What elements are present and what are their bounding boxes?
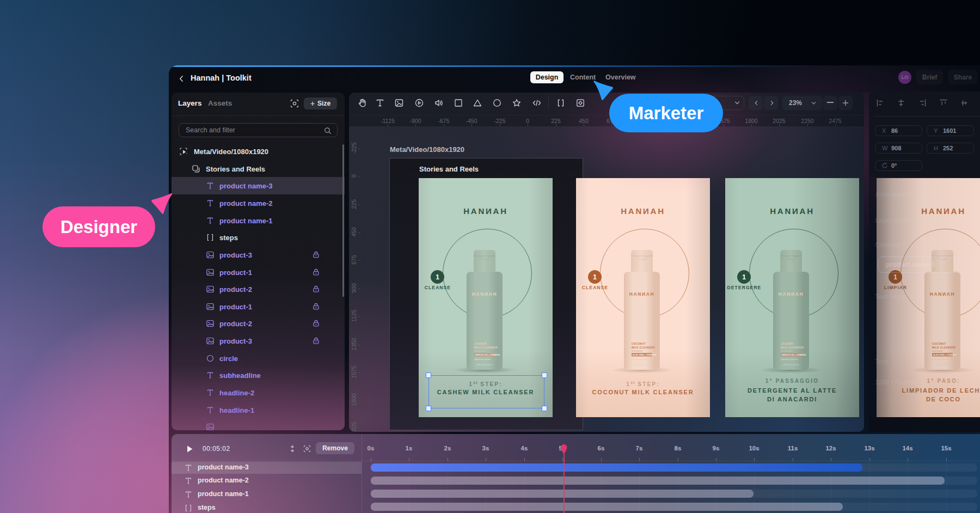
svg-text:hydrating cleanser: hydrating cleanser	[781, 358, 798, 361]
svg-text:COCONUT: COCONUT	[632, 343, 646, 345]
svg-text:120 ml | 4.7 fl. oz: 120 ml | 4.7 fl. oz	[783, 364, 799, 366]
svg-text:CASHEW: CASHEW	[781, 343, 793, 345]
svg-text:APRICOT OIL + VITAMINA: APRICOT OIL + VITAMINA	[782, 354, 806, 356]
svg-text:HANИAH: HANИAH	[779, 291, 804, 297]
svg-text:ALOE VERA + VITAMIN E: ALOE VERA + VITAMIN E	[633, 354, 656, 356]
svg-text:MILK CLEANSER: MILK CLEANSER	[781, 346, 804, 349]
svg-text:HANИAH: HANИAH	[629, 291, 654, 297]
svg-text:CASHEW: CASHEW	[474, 343, 487, 345]
svg-text:HANИAH: HANИAH	[472, 291, 497, 297]
svg-text:120 ml | 4.7 fl. oz: 120 ml | 4.7 fl. oz	[634, 364, 650, 366]
svg-text:APRICOT OIL + VITAMIN A: APRICOT OIL + VITAMIN A	[475, 354, 500, 356]
svg-text:hydrating cleanser: hydrating cleanser	[474, 358, 492, 361]
svg-text:120 ml | 4.7 fl. oz: 120 ml | 4.7 fl. oz	[477, 364, 493, 366]
svg-text:MILK CLEANSER: MILK CLEANSER	[632, 346, 655, 349]
svg-text:hydrating cleanser: hydrating cleanser	[632, 358, 649, 361]
svg-text:MILK CLEANSER: MILK CLEANSER	[474, 346, 498, 349]
